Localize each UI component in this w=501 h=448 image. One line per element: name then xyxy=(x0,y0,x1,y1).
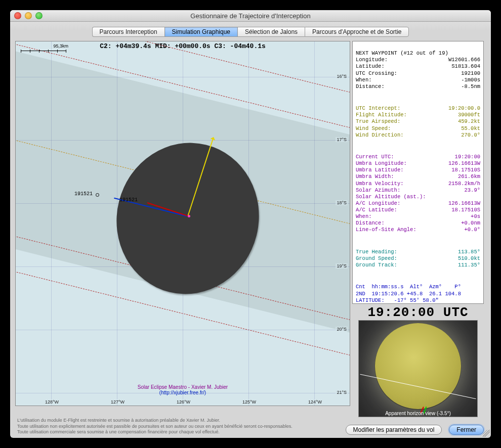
disclaimer-text: L'utilisation du module E-Flight est res… xyxy=(17,418,301,435)
horizon-view: Apparent horizon view (-3.5°) xyxy=(358,320,478,417)
close-button[interactable]: Fermer xyxy=(449,425,484,435)
titlebar: Gestionnaire de Trajectoire d'Intercepti… xyxy=(10,10,491,22)
waypoint-label: 191521 xyxy=(119,197,138,203)
tab-bar: Parcours Interception Simulation Graphiq… xyxy=(10,22,491,41)
map-panel[interactable]: 191521 191521 16°S 17°S 18°S 19°S 20°S 2… xyxy=(15,41,350,406)
utc-clock: 19:20:00 UTC xyxy=(352,304,484,320)
telemetry-readout: NEXT WAYPOINT (#12 out of 19) Longitude:… xyxy=(352,41,484,304)
modify-flight-params-button[interactable]: Modifier les paramètres du vol xyxy=(346,425,442,435)
tab-selection-jalons[interactable]: Sélection de Jalons xyxy=(237,27,305,37)
map-credit: Solar Eclipse Maestro - Xavier M. Jubier… xyxy=(16,384,350,395)
aircraft-position-icon xyxy=(188,215,190,217)
app-window: Gestionnaire de Trajectoire d'Intercepti… xyxy=(10,10,491,438)
waypoint-label: 191521 xyxy=(74,191,93,197)
tab-parcours-approche[interactable]: Parcours d'Approche et de Sortie xyxy=(305,27,409,37)
resize-grip-icon[interactable] xyxy=(483,430,490,437)
tab-simulation-graphique[interactable]: Simulation Graphique xyxy=(164,27,237,37)
info-panel: NEXT WAYPOINT (#12 out of 19) Longitude:… xyxy=(352,41,484,417)
sun-disk-icon xyxy=(375,323,461,409)
map-scalebar: 95,3km xyxy=(21,51,66,51)
horizon-caption: Apparent horizon view (-3.5°) xyxy=(359,411,477,416)
waypoint-marker xyxy=(96,193,99,197)
window-title: Gestionnaire de Trajectoire d'Intercepti… xyxy=(10,12,491,20)
tab-parcours-interception[interactable]: Parcours Interception xyxy=(92,27,164,37)
